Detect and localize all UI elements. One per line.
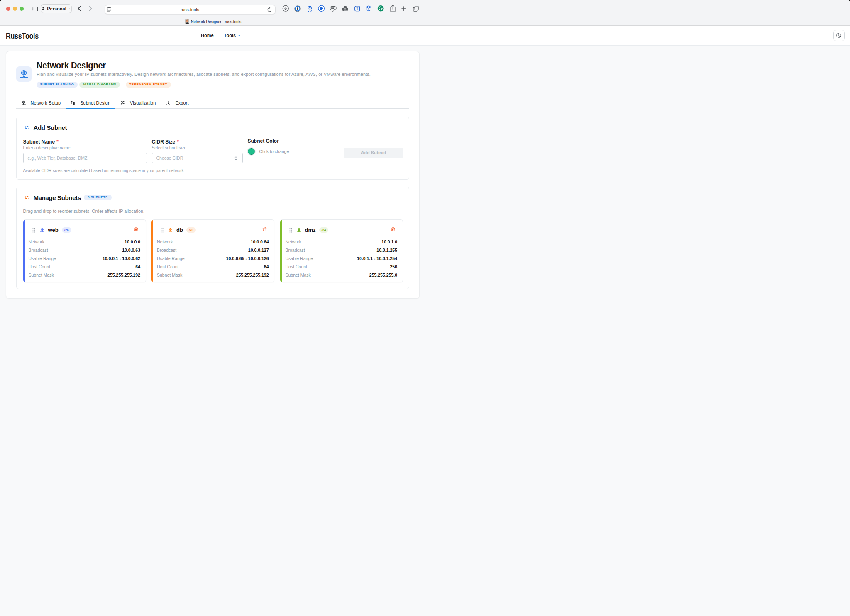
subtask-icon <box>71 100 76 105</box>
cidr-badge: /24 <box>319 227 329 233</box>
extension-grammarly[interactable] <box>377 5 385 12</box>
add-subnet-panel: Add Subnet Subnet Name* Enter a descript… <box>16 117 409 180</box>
chevron-down-icon <box>68 7 71 10</box>
tab-export[interactable]: Export <box>161 98 193 108</box>
row-label: Usable Range <box>29 256 56 261</box>
window-zoom-button[interactable] <box>20 7 24 11</box>
row-value: 10.0.0.127 <box>248 248 269 253</box>
tab-title: Network Designer - russ.tools <box>191 19 241 24</box>
delete-subnet-button[interactable] <box>133 226 139 232</box>
manage-subnets-description: Drag and drop to reorder subnets. Order … <box>23 209 144 214</box>
row-label: Usable Range <box>286 256 313 261</box>
tool-card: Network Designer Plan and visualize your… <box>6 51 420 299</box>
browser-toolbar: Personal russ.tools <box>0 0 425 16</box>
back-button[interactable] <box>77 6 81 11</box>
add-subnet-button[interactable]: Add Subnet <box>344 148 403 158</box>
reload-icon[interactable] <box>267 7 272 12</box>
drag-handle-icon[interactable] <box>160 227 164 233</box>
tool-icon <box>16 66 32 82</box>
page-settings-icon[interactable] <box>107 7 112 12</box>
g-extension-icon <box>306 5 313 12</box>
profile-switcher[interactable]: Personal <box>41 4 72 13</box>
subnet-count-badge: 3 SUBNETS <box>84 195 111 200</box>
accent-bar <box>280 220 282 282</box>
tab-overview-button[interactable] <box>412 5 420 12</box>
cube-icon <box>365 5 372 12</box>
grammarly-icon <box>377 5 384 12</box>
row-value: 10.0.0.1 - 10.0.0.62 <box>103 256 140 261</box>
subnet-name: db <box>176 227 183 233</box>
brand-logo[interactable]: RussTools <box>6 32 39 41</box>
subnet-card-web: web /26 Network10.0.0.0 Broadcast10.0.0.… <box>23 219 146 282</box>
site-header: RussTools Home Tools <box>0 26 425 46</box>
row-label: Host Count <box>157 264 179 269</box>
forward-button[interactable] <box>88 6 93 11</box>
tab-subnet-design[interactable]: Subnet Design <box>66 98 115 108</box>
address-bar[interactable]: russ.tools <box>105 5 276 14</box>
tab-bar[interactable]: Network Designer - russ.tools <box>0 16 425 26</box>
plus-icon <box>401 5 407 12</box>
row-label: Network <box>29 239 45 244</box>
nav-home[interactable]: Home <box>201 33 214 38</box>
network-icon <box>21 100 26 105</box>
selector-icon <box>233 156 239 161</box>
extension-1password[interactable] <box>293 5 301 12</box>
cidr-size-select[interactable]: Choose CIDR <box>152 153 243 163</box>
row-value: 10.0.0.65 - 10.0.0.126 <box>226 256 269 261</box>
profile-label: Personal <box>47 6 66 11</box>
downloads-button[interactable] <box>282 5 290 12</box>
row-label: Subnet Mask <box>286 273 311 278</box>
row-value: 10.0.0.63 <box>122 248 140 253</box>
share-button[interactable] <box>389 5 397 12</box>
person-icon <box>41 7 45 11</box>
drag-handle-icon[interactable] <box>32 227 36 233</box>
manage-subnets-panel: Manage Subnets 3 SUBNETS Drag and drop t… <box>16 187 409 290</box>
row-label: Usable Range <box>157 256 185 261</box>
window-close-button[interactable] <box>6 7 10 11</box>
extension-g[interactable] <box>305 5 313 12</box>
row-value: 256 <box>390 264 397 269</box>
row-value: 10.0.0.0 <box>125 239 140 244</box>
site-favicon <box>185 19 189 24</box>
row-value: 10.0.1.255 <box>376 248 397 253</box>
row-value: 10.0.0.64 <box>251 239 269 244</box>
row-value: 10.0.1.1 - 10.0.1.254 <box>357 256 397 261</box>
window-minimize-button[interactable] <box>13 7 17 11</box>
nav-tools[interactable]: Tools <box>224 33 242 38</box>
tab-network-setup[interactable]: Network Setup <box>16 98 66 108</box>
row-value: 10.0.1.0 <box>381 239 397 244</box>
extension-cube[interactable] <box>365 5 373 12</box>
new-tab-button[interactable] <box>400 5 408 12</box>
subnet-card-list: web /26 Network10.0.0.0 Broadcast10.0.0.… <box>23 219 403 282</box>
row-label: Network <box>286 239 302 244</box>
delete-subnet-button[interactable] <box>390 226 396 232</box>
row-value: 64 <box>135 264 140 269</box>
subnet-color-label: Subnet Color <box>248 138 279 144</box>
color-swatch[interactable] <box>248 148 255 155</box>
delete-subnet-button[interactable] <box>262 226 267 232</box>
drag-handle-icon[interactable] <box>289 227 293 233</box>
row-label: Subnet Mask <box>157 273 182 278</box>
subtask-icon <box>24 195 29 200</box>
extension-instapaper[interactable] <box>353 5 361 12</box>
badge-subnet-planning: SUBNET PLANNING <box>37 82 78 88</box>
extension-mastodon[interactable] <box>330 5 337 12</box>
clover-icon <box>342 5 349 12</box>
color-hint: Click to change <box>259 149 289 154</box>
sidebar-icon[interactable] <box>32 7 38 12</box>
subnet-name: dmz <box>305 227 316 233</box>
extension-bear[interactable] <box>318 5 325 12</box>
subnet-name-label: Subnet Name* <box>23 139 59 145</box>
extension-clover[interactable] <box>341 5 349 12</box>
chart-dots-icon <box>120 100 125 105</box>
feature-badges: SUBNET PLANNING VISUAL DIAGRAMS TERRAFOR… <box>37 82 171 88</box>
tab-visualization[interactable]: Visualization <box>115 98 161 108</box>
manage-subnets-heading: Manage Subnets <box>34 194 81 201</box>
row-value: 64 <box>264 264 269 269</box>
row-label: Host Count <box>286 264 308 269</box>
network-icon <box>297 228 301 232</box>
row-label: Broadcast <box>29 248 48 253</box>
subnet-name: web <box>48 227 59 233</box>
subnet-name-input[interactable]: e.g., Web Tier, Database, DMZ <box>23 153 147 163</box>
cidr-badge: /26 <box>186 227 196 233</box>
